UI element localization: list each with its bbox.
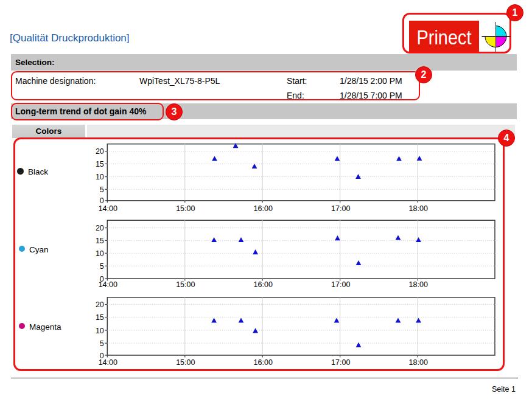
svg-text:10: 10 bbox=[96, 173, 104, 181]
svg-text:15:00: 15:00 bbox=[176, 280, 195, 289]
svg-text:18:00: 18:00 bbox=[409, 280, 428, 289]
svg-text:18:00: 18:00 bbox=[409, 358, 428, 367]
svg-text:14:00: 14:00 bbox=[99, 280, 117, 289]
svg-text:14:00: 14:00 bbox=[99, 204, 117, 213]
svg-text:20: 20 bbox=[96, 224, 104, 232]
svg-text:16:00: 16:00 bbox=[254, 280, 273, 289]
svg-text:17:00: 17:00 bbox=[331, 280, 350, 289]
svg-text:5: 5 bbox=[100, 186, 104, 194]
svg-text:16:00: 16:00 bbox=[254, 204, 273, 213]
svg-text:15:00: 15:00 bbox=[176, 204, 195, 213]
svg-text:18:00: 18:00 bbox=[409, 204, 428, 213]
svg-text:10: 10 bbox=[96, 327, 104, 335]
svg-text:15: 15 bbox=[96, 237, 104, 245]
svg-text:14:00: 14:00 bbox=[99, 358, 117, 367]
svg-text:10: 10 bbox=[96, 249, 104, 258]
svg-text:5: 5 bbox=[100, 262, 104, 271]
svg-text:20: 20 bbox=[96, 147, 104, 156]
svg-text:15: 15 bbox=[96, 313, 104, 322]
svg-text:15: 15 bbox=[96, 160, 104, 168]
svg-text:15:00: 15:00 bbox=[176, 358, 195, 367]
svg-text:17:00: 17:00 bbox=[331, 204, 350, 213]
svg-text:17:00: 17:00 bbox=[331, 358, 350, 367]
svg-text:5: 5 bbox=[100, 339, 104, 348]
svg-text:20: 20 bbox=[96, 300, 104, 309]
svg-text:16:00: 16:00 bbox=[254, 358, 273, 367]
